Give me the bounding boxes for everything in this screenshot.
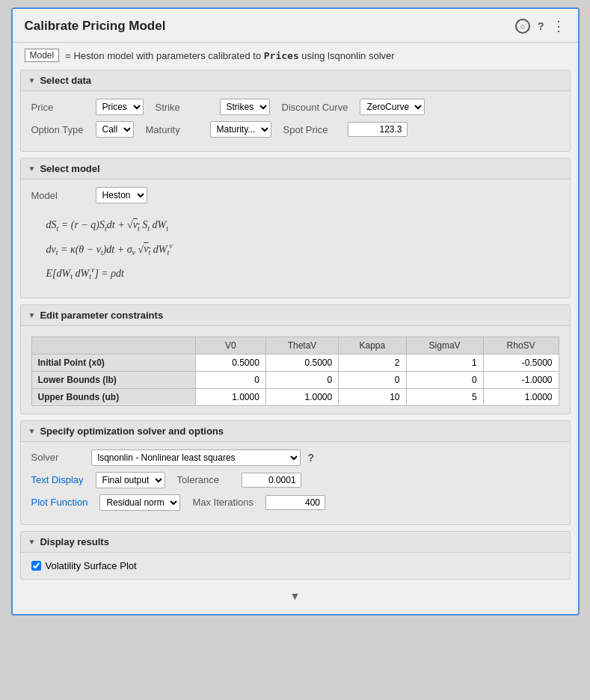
spot-price-input[interactable]: 123.3	[348, 122, 408, 137]
collapse-triangle-4: ▼	[28, 427, 36, 435]
row-label-lb: Lower Bounds (lb)	[31, 371, 196, 388]
table-row: Upper Bounds (ub) 1.0000 1.0000 10 5 1.0…	[31, 388, 559, 405]
collapse-triangle-3: ▼	[28, 311, 36, 319]
optimization-header[interactable]: ▼ Specify optimization solver and option…	[21, 421, 570, 442]
display-results-body: Volatility Surface Plot	[21, 553, 570, 579]
cell-lb-kappa[interactable]: 0	[339, 371, 406, 388]
discount-label: Discount Curve	[282, 102, 348, 113]
form-row-1: Price Prices Strike Strikes Discount Cur…	[31, 99, 559, 115]
plot-function-label: Plot Function	[31, 497, 88, 508]
select-data-section: ▼ Select data Price Prices Strike Strike…	[20, 70, 571, 152]
formula-line-3: E[dWt dWtv] = ρdt	[46, 262, 544, 283]
more-icon[interactable]: ⋮	[552, 18, 566, 34]
volatility-label: Volatility Surface Plot	[46, 560, 137, 571]
display-results-header[interactable]: ▼ Display results	[21, 532, 570, 553]
cell-lb-thetav[interactable]: 0	[265, 371, 338, 388]
plot-function-select[interactable]: Residual norm	[99, 494, 180, 511]
discount-select[interactable]: ZeroCurve	[360, 99, 425, 115]
help-icon[interactable]: ?	[538, 20, 544, 32]
spot-price-label: Spot Price	[283, 124, 336, 135]
solver-select[interactable]: lsqnonlin - Nonlinear least squares	[91, 449, 301, 466]
cell-x0-kappa[interactable]: 2	[339, 354, 406, 371]
strike-select[interactable]: Strikes	[220, 99, 270, 115]
row-label-x0: Initial Point (x0)	[31, 354, 196, 371]
col-v0: V0	[196, 337, 266, 354]
header-icons: ○ ? ⋮	[515, 18, 566, 34]
select-data-title: Select data	[40, 75, 91, 86]
optimization-body: Solver lsqnonlin - Nonlinear least squar…	[21, 442, 570, 524]
edit-params-title: Edit parameter constraints	[40, 310, 163, 321]
row-label-ub: Upper Bounds (ub)	[31, 388, 196, 405]
tolerance-input[interactable]: 0.0001	[242, 473, 301, 488]
maturity-label: Maturity	[146, 124, 198, 135]
cell-ub-rhosv[interactable]: 1.0000	[483, 388, 559, 405]
model-label: Model	[31, 190, 84, 201]
select-data-body: Price Prices Strike Strikes Discount Cur…	[21, 91, 570, 151]
option-type-select[interactable]: Call	[96, 121, 134, 138]
col-kappa: Kappa	[339, 337, 406, 354]
model-line: Model = Heston model with parameters cal…	[13, 43, 578, 70]
select-model-header[interactable]: ▼ Select model	[21, 159, 570, 179]
bottom-arrow[interactable]: ▼	[13, 586, 578, 607]
optimization-title: Specify optimization solver and options	[40, 426, 224, 437]
text-display-row: Text Display Final output Tolerance 0.00…	[31, 472, 559, 488]
option-type-label: Option Type	[31, 124, 84, 135]
text-display-label: Text Display	[31, 474, 84, 485]
panel-title: Calibrate Pricing Model	[25, 19, 166, 34]
form-row-2: Option Type Call Maturity Maturity... Sp…	[31, 121, 559, 138]
formula-line-2: dvt = κ(θ − vt)dt + σv √vt dWtv	[46, 239, 544, 260]
cell-lb-v0[interactable]: 0	[196, 371, 266, 388]
collapse-triangle: ▼	[28, 76, 36, 85]
cell-x0-thetav[interactable]: 0.5000	[265, 354, 338, 371]
cell-ub-thetav[interactable]: 1.0000	[265, 388, 338, 405]
cell-lb-sigmav[interactable]: 0	[406, 371, 483, 388]
cell-ub-kappa[interactable]: 10	[339, 388, 406, 405]
model-badge: Model	[25, 49, 60, 62]
model-select[interactable]: Heston	[96, 187, 147, 203]
maturity-select[interactable]: Maturity...	[210, 121, 271, 138]
collapse-triangle-2: ▼	[28, 165, 36, 173]
formula-line-1: dSt = (r − q)Stdt + √vt St dWt	[46, 215, 544, 236]
volatility-checkbox[interactable]	[31, 561, 41, 571]
cell-lb-rhosv[interactable]: -1.0000	[483, 371, 559, 388]
solver-row: Solver lsqnonlin - Nonlinear least squar…	[31, 449, 559, 466]
cell-x0-v0[interactable]: 0.5000	[196, 354, 266, 371]
optimization-section: ▼ Specify optimization solver and option…	[20, 420, 571, 525]
collapse-triangle-5: ▼	[28, 538, 36, 546]
select-model-title: Select model	[40, 163, 99, 174]
select-data-header[interactable]: ▼ Select data	[21, 70, 570, 91]
table-row: Lower Bounds (lb) 0 0 0 0 -1.0000	[31, 371, 559, 388]
cell-ub-sigmav[interactable]: 5	[406, 388, 483, 405]
param-table: V0 ThetaV Kappa SigmaV RhoSV Initial Poi…	[31, 337, 559, 406]
col-empty	[31, 337, 196, 354]
select-model-body: Model Heston dSt = (r − q)Stdt + √vt St …	[21, 179, 570, 298]
display-results-section: ▼ Display results Volatility Surface Plo…	[20, 531, 571, 580]
solver-label: Solver	[31, 452, 84, 463]
tolerance-label: Tolerance	[177, 474, 230, 485]
main-panel: Calibrate Pricing Model ○ ? ⋮ Model = He…	[11, 7, 580, 615]
circle-icon[interactable]: ○	[515, 19, 530, 34]
cell-x0-sigmav[interactable]: 1	[406, 354, 483, 371]
solver-help-icon[interactable]: ?	[308, 452, 315, 464]
edit-params-body: V0 ThetaV Kappa SigmaV RhoSV Initial Poi…	[21, 326, 570, 414]
text-display-select[interactable]: Final output	[96, 472, 165, 488]
col-sigmav: SigmaV	[406, 337, 483, 354]
panel-header: Calibrate Pricing Model ○ ? ⋮	[13, 9, 578, 43]
strike-label: Strike	[156, 102, 208, 113]
cell-ub-v0[interactable]: 1.0000	[196, 388, 266, 405]
max-iterations-label: Max Iterations	[192, 497, 253, 508]
price-label: Price	[31, 102, 84, 113]
cell-x0-rhosv[interactable]: -0.5000	[483, 354, 559, 371]
table-row: Initial Point (x0) 0.5000 0.5000 2 1 -0.…	[31, 354, 559, 371]
model-form-row: Model Heston	[31, 187, 559, 203]
price-select[interactable]: Prices	[96, 99, 144, 115]
volatility-row: Volatility Surface Plot	[31, 560, 559, 571]
model-description: = Heston model with parameters calibrate…	[65, 50, 394, 61]
plot-function-row: Plot Function Residual norm Max Iteratio…	[31, 494, 559, 511]
col-thetav: ThetaV	[265, 337, 338, 354]
edit-params-header[interactable]: ▼ Edit parameter constraints	[21, 305, 570, 326]
select-model-section: ▼ Select model Model Heston dSt = (r − q…	[20, 158, 571, 298]
edit-params-section: ▼ Edit parameter constraints V0 ThetaV K…	[20, 304, 571, 414]
col-rhosv: RhoSV	[483, 337, 559, 354]
max-iterations-input[interactable]: 400	[265, 495, 325, 510]
